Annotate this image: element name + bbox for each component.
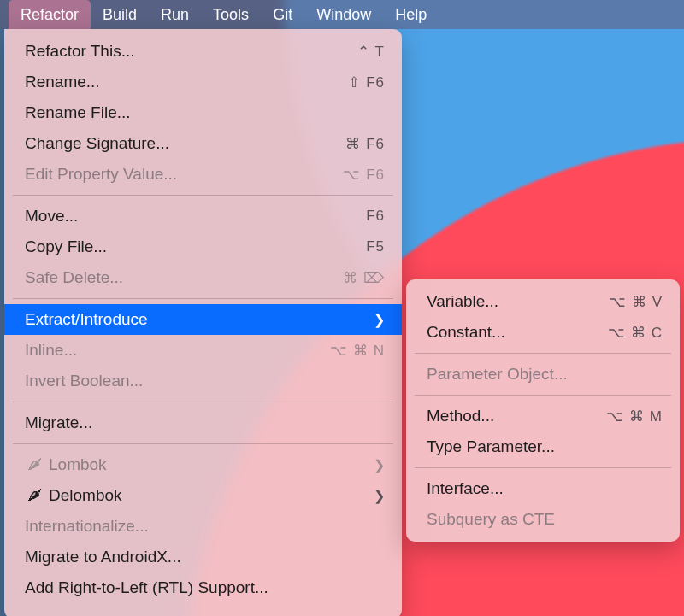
menu-separator bbox=[415, 467, 671, 468]
menu-item-label: Edit Property Value... bbox=[25, 165, 322, 184]
menu-item-label: Safe Delete... bbox=[25, 268, 322, 287]
menubar-item-build[interactable]: Build bbox=[91, 0, 149, 29]
shortcut-label: ⇧ F6 bbox=[348, 73, 385, 91]
menubar-item-window[interactable]: Window bbox=[304, 0, 383, 29]
chevron-right-icon: ❯ bbox=[374, 488, 385, 504]
menubar: Refactor Build Run Tools Git Window Help bbox=[0, 0, 684, 29]
menubar-label: Help bbox=[395, 6, 427, 24]
menu-item-label: Invert Boolean... bbox=[25, 372, 385, 390]
menubar-label: Build bbox=[103, 6, 137, 24]
menu-item-label: Method... bbox=[427, 407, 586, 425]
menu-item-label: Inline... bbox=[25, 341, 310, 360]
menu-item-rename[interactable]: Rename... ⇧ F6 bbox=[4, 67, 402, 97]
menu-item-label: Copy File... bbox=[25, 238, 345, 256]
menu-item-internationalize: Internationalize... bbox=[4, 511, 402, 542]
menu-item-move[interactable]: Move... F6 bbox=[4, 201, 402, 232]
chili-icon: 🌶 bbox=[25, 456, 44, 473]
submenu-item-variable[interactable]: Variable... ⌥ ⌘ V bbox=[406, 286, 680, 317]
menu-item-label: Interface... bbox=[427, 479, 663, 498]
menubar-item-tools[interactable]: Tools bbox=[201, 0, 261, 29]
menu-item-label: Extract/Introduce bbox=[25, 310, 353, 329]
shortcut-label: ⌃ T bbox=[357, 43, 385, 61]
menubar-item-git[interactable]: Git bbox=[261, 0, 304, 29]
shortcut-label: F6 bbox=[366, 208, 385, 225]
shortcut-label: ⌥ ⌘ M bbox=[606, 408, 663, 425]
shortcut-label: ⌥ F6 bbox=[343, 166, 385, 184]
submenu-item-subquery-cte: Subquery as CTE bbox=[406, 504, 680, 535]
menubar-label: Tools bbox=[213, 6, 249, 24]
menu-item-label: Rename File... bbox=[25, 103, 385, 122]
menu-item-label: Parameter Object... bbox=[427, 365, 663, 384]
menu-item-migrate[interactable]: Migrate... bbox=[4, 408, 402, 438]
menubar-label: Window bbox=[316, 6, 371, 24]
menu-separator bbox=[13, 443, 393, 444]
shortcut-label: ⌥ ⌘ V bbox=[609, 293, 663, 311]
menubar-item-refactor[interactable]: Refactor bbox=[9, 0, 91, 29]
menu-item-label: Delombok bbox=[49, 486, 353, 505]
menu-item-migrate-androidx[interactable]: Migrate to AndroidX... bbox=[4, 542, 402, 572]
menu-item-lombok: 🌶 Lombok ❯ bbox=[4, 449, 402, 480]
menubar-label: Refactor bbox=[21, 6, 79, 24]
refactor-menu: Refactor This... ⌃ T Rename... ⇧ F6 Rena… bbox=[4, 29, 402, 616]
submenu-item-constant[interactable]: Constant... ⌥ ⌘ C bbox=[406, 317, 680, 348]
menu-item-delombok[interactable]: 🌶 Delombok ❯ bbox=[4, 480, 402, 511]
menu-item-label: Change Signature... bbox=[25, 134, 325, 153]
menu-item-edit-property-value: Edit Property Value... ⌥ F6 bbox=[4, 159, 402, 190]
menu-item-add-rtl-support[interactable]: Add Right-to-Left (RTL) Support... bbox=[4, 572, 402, 603]
menu-separator bbox=[13, 195, 393, 196]
menu-item-invert-boolean: Invert Boolean... bbox=[4, 366, 402, 396]
menu-item-extract-introduce[interactable]: Extract/Introduce ❯ bbox=[4, 304, 402, 335]
menubar-label: Git bbox=[273, 6, 292, 24]
menu-separator bbox=[13, 298, 393, 299]
menu-item-inline: Inline... ⌥ ⌘ N bbox=[4, 335, 402, 366]
menu-item-label: Internationalize... bbox=[25, 517, 385, 536]
chili-icon: 🌶 bbox=[25, 487, 44, 504]
menu-item-label: Variable... bbox=[427, 292, 588, 311]
menu-item-safe-delete: Safe Delete... ⌘ ⌦ bbox=[4, 262, 402, 293]
menu-item-label: Constant... bbox=[427, 323, 587, 342]
menu-item-label: Refactor This... bbox=[25, 42, 337, 61]
chevron-right-icon: ❯ bbox=[374, 312, 385, 328]
menu-item-label: Type Parameter... bbox=[427, 437, 663, 456]
menubar-item-run[interactable]: Run bbox=[149, 0, 201, 29]
submenu-item-method[interactable]: Method... ⌥ ⌘ M bbox=[406, 401, 680, 431]
shortcut-label: F5 bbox=[366, 238, 385, 255]
menu-separator bbox=[415, 395, 671, 396]
menu-separator bbox=[13, 402, 393, 402]
menu-item-rename-file[interactable]: Rename File... bbox=[4, 97, 402, 128]
chevron-right-icon: ❯ bbox=[374, 457, 385, 473]
menu-item-refactor-this[interactable]: Refactor This... ⌃ T bbox=[4, 36, 402, 67]
submenu-item-parameter-object: Parameter Object... bbox=[406, 359, 680, 390]
extract-introduce-submenu: Variable... ⌥ ⌘ V Constant... ⌥ ⌘ C Para… bbox=[406, 279, 680, 542]
shortcut-label: ⌥ ⌘ C bbox=[608, 324, 663, 342]
menu-item-label: Lombok bbox=[49, 455, 353, 474]
shortcut-label: ⌘ ⌦ bbox=[343, 269, 385, 287]
menu-item-label: Add Right-to-Left (RTL) Support... bbox=[25, 578, 385, 597]
menu-item-label: Move... bbox=[25, 207, 345, 226]
menu-item-label: Migrate to AndroidX... bbox=[25, 548, 385, 566]
menubar-item-help[interactable]: Help bbox=[383, 0, 439, 29]
menu-separator bbox=[415, 353, 671, 354]
menu-item-label: Migrate... bbox=[25, 414, 385, 432]
shortcut-label: ⌥ ⌘ N bbox=[330, 342, 385, 360]
menu-item-label: Rename... bbox=[25, 73, 327, 91]
submenu-item-type-parameter[interactable]: Type Parameter... bbox=[406, 431, 680, 462]
menu-item-copy-file[interactable]: Copy File... F5 bbox=[4, 232, 402, 262]
submenu-item-interface[interactable]: Interface... bbox=[406, 473, 680, 504]
menu-item-label: Subquery as CTE bbox=[427, 510, 663, 529]
shortcut-label: ⌘ F6 bbox=[345, 135, 385, 153]
menubar-label: Run bbox=[161, 6, 189, 24]
menu-item-change-signature[interactable]: Change Signature... ⌘ F6 bbox=[4, 128, 402, 159]
